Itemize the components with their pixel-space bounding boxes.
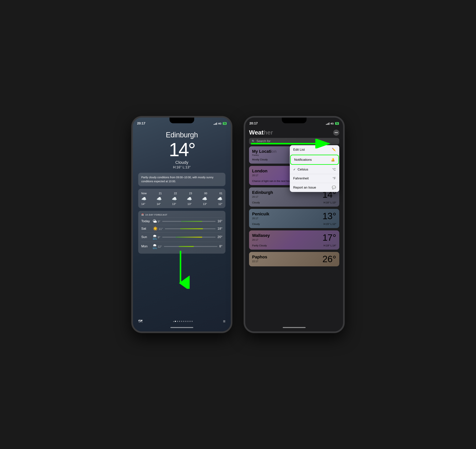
page-dot bbox=[181, 321, 182, 322]
hourly-temps: 14° 14° 13° 13° 13° 12° bbox=[141, 202, 222, 206]
hourly-labels: Now 21 22 23 00 01 bbox=[141, 191, 222, 195]
location-icon: ◂ bbox=[173, 320, 174, 323]
time-left: 20:17 bbox=[137, 122, 145, 125]
cloud-icon: ☁️ bbox=[187, 196, 192, 201]
home-indicator-right bbox=[283, 327, 306, 328]
temp-bar bbox=[181, 221, 202, 222]
bell-icon: 🔔 bbox=[331, 158, 335, 162]
page-dot bbox=[185, 321, 186, 322]
cloud-icon: ☁️ bbox=[202, 196, 207, 201]
page-dots bbox=[175, 321, 193, 322]
fahrenheit-icon: °F bbox=[333, 177, 336, 180]
status-icons-left: 4G 72 bbox=[214, 122, 227, 125]
cloud-icon: ☁️ bbox=[172, 196, 177, 201]
more-button[interactable]: ••• bbox=[333, 129, 339, 136]
home-indicator bbox=[170, 327, 193, 328]
page-dot bbox=[189, 321, 191, 322]
dropdown-report-issue[interactable]: Report an Issue 💬 bbox=[290, 183, 339, 192]
status-icons-right: 4G 72 bbox=[326, 122, 339, 125]
dropdown-edit-list[interactable]: Edit List ✏️ bbox=[290, 145, 339, 154]
temp-bar bbox=[179, 246, 194, 247]
location-card-paphos[interactable]: Paphos 22:17 26° bbox=[249, 252, 339, 266]
cloud-icon: ☁️ bbox=[141, 196, 146, 201]
temp-bar-container bbox=[164, 246, 218, 247]
right-header: Weather ••• bbox=[245, 127, 343, 136]
condition: Cloudy bbox=[138, 160, 225, 165]
location-indicator: ◂ bbox=[173, 320, 193, 323]
temp-bar-container bbox=[165, 228, 216, 229]
page-dot bbox=[177, 321, 178, 322]
temp-bar bbox=[176, 237, 202, 238]
search-icon: 🔍 bbox=[252, 140, 255, 143]
hourly-icons: ☁️ ☁️ ☁️ ☁️ ☁️ ☁️ bbox=[141, 195, 222, 202]
location-card-penicuik[interactable]: Penicuik 20:17 13° Cloudy H:15° L:12° bbox=[249, 209, 339, 228]
forecast-section: 📅 10-DAY FORECAST Today 🌥 9° 16° Sat ☀️ … bbox=[138, 211, 225, 254]
main-temperature: 14° bbox=[138, 140, 225, 159]
right-phone: 20:17 4G 72 Weather ••• 🔍 bbox=[244, 116, 345, 333]
hi-lo: H:16° L:13° bbox=[138, 165, 225, 169]
page-dot bbox=[192, 321, 193, 322]
battery-right: 72 bbox=[335, 122, 339, 125]
forecast-row: Sat ☀️ 11° 18° bbox=[141, 225, 222, 232]
temp-bar-container bbox=[162, 237, 216, 238]
page-dot bbox=[187, 321, 189, 322]
dropdown-celsius[interactable]: ✓ Celsius °C bbox=[290, 165, 339, 174]
list-icon[interactable]: ≡ bbox=[223, 319, 225, 324]
celsius-icon: °C bbox=[332, 168, 336, 171]
dropdown-menu: Edit List ✏️ Notifications 🔔 ✓ Celsius °… bbox=[290, 145, 339, 192]
weather-description: Partly cloudy conditions from 09:00–10:0… bbox=[138, 173, 225, 186]
network-left: 4G bbox=[218, 122, 221, 125]
battery-left: 72 bbox=[223, 122, 227, 125]
dropdown-notifications[interactable]: Notifications 🔔 bbox=[290, 155, 339, 165]
check-icon: ✓ bbox=[293, 168, 296, 171]
page-dot-active bbox=[175, 321, 176, 322]
page-dot bbox=[183, 321, 184, 322]
edit-icon: ✏️ bbox=[332, 148, 336, 152]
forecast-row: Today 🌥 9° 16° bbox=[141, 218, 222, 225]
city-name: Edinburgh bbox=[138, 131, 225, 139]
green-arrow-down-annotation bbox=[175, 251, 198, 290]
time-right: 20:17 bbox=[249, 122, 258, 125]
forecast-row: Sun 🌧 30% 9° 20° bbox=[141, 232, 222, 242]
network-right: 4G bbox=[330, 122, 333, 125]
report-icon: 💬 bbox=[332, 185, 336, 190]
page-dot bbox=[179, 321, 180, 322]
search-bar[interactable]: 🔍 Search for bbox=[249, 138, 339, 144]
weather-title: Weather bbox=[249, 129, 273, 136]
temp-bar bbox=[180, 228, 203, 229]
cloud-icon: ☁️ bbox=[156, 196, 162, 201]
notch bbox=[169, 118, 194, 123]
map-icon[interactable]: 🗺 bbox=[138, 319, 143, 324]
forecast-row: Mon 🌧 50% 12° 8° bbox=[141, 242, 222, 251]
signal-icon-right bbox=[326, 122, 329, 125]
search-placeholder: Search for bbox=[257, 140, 270, 143]
left-phone: 20:17 4G 72 Edinburgh 14° Cloudy H:16° L… bbox=[131, 116, 232, 333]
cloud-icon: ☁️ bbox=[217, 196, 222, 201]
hourly-section: Now 21 22 23 00 01 ☁️ ☁️ ☁️ ☁️ ☁️ ☁️ 14°… bbox=[138, 189, 225, 208]
phone-toolbar-left: 🗺 ◂ ≡ bbox=[133, 319, 231, 324]
dropdown-fahrenheit[interactable]: Fahrenheit °F bbox=[290, 174, 339, 183]
temp-bar-container bbox=[162, 221, 216, 222]
notch-right bbox=[282, 118, 307, 123]
location-card-wallasey[interactable]: Wallasey 20:17 17° Partly Cloudy H:19° L… bbox=[249, 230, 339, 250]
left-weather-content: Edinburgh 14° Cloudy H:16° L:13° Partly … bbox=[133, 131, 231, 254]
signal-icon bbox=[214, 122, 217, 125]
forecast-label: 📅 10-DAY FORECAST bbox=[141, 213, 222, 216]
